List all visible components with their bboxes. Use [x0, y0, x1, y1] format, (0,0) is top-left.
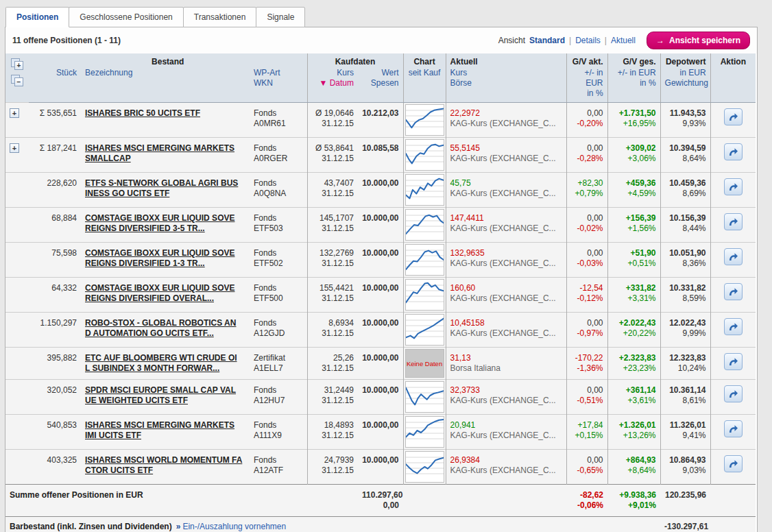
wkn: A12ATF — [254, 466, 303, 476]
depot-value: 12.323,83 — [665, 353, 706, 363]
col-datum-sorted[interactable]: ▼ Datum — [312, 78, 354, 88]
position-action-button[interactable] — [724, 248, 743, 265]
wpart-cell: FondsA12GJD — [250, 313, 307, 348]
sum-depot-cell: 120.235,96 — [660, 485, 710, 517]
row-expand-icon[interactable]: + — [10, 108, 19, 118]
price-sparkline[interactable] — [405, 209, 444, 241]
tab-geschlossene-positionen[interactable]: Geschlossene Positionen — [69, 7, 183, 27]
price-sparkline[interactable] — [405, 279, 444, 311]
position-action-button[interactable] — [724, 213, 743, 230]
position-link[interactable]: COMSTAGE IBOXX EUR LIQUID SOVEREIGNS DIV… — [85, 283, 245, 304]
position-link[interactable]: ETFS S-NETWORK GLOBAL AGRI BUSINESS GO U… — [85, 178, 245, 199]
col-gv-ges-pct[interactable]: in % — [612, 78, 656, 88]
gv-akt-pct: -0,12% — [571, 293, 603, 304]
gv-ges-pct: +4,59% — [612, 189, 656, 199]
position-link[interactable]: ISHARES BRIC 50 UCITS ETF — [85, 108, 245, 119]
col-wert[interactable]: Wert — [362, 68, 399, 78]
expand-all-icon[interactable]: + — [11, 58, 25, 71]
price-sparkline[interactable] — [405, 104, 444, 136]
gv-ges-value: +361,14 — [612, 385, 656, 396]
position-link[interactable]: COMSTAGE IBOXX EUR LIQUID SOVEREIGNS DIV… — [85, 248, 245, 269]
buy-price-cell: 25,2631.12.15 — [307, 348, 358, 380]
position-action-button[interactable] — [724, 353, 743, 370]
wpart-cell: FondsA111X9 — [250, 415, 307, 450]
view-switcher: Ansicht Standard | Details | Aktuell → A… — [498, 32, 750, 49]
position-action-button[interactable] — [724, 178, 743, 195]
position-action-button[interactable] — [724, 108, 743, 125]
gv-akt-cell: 0,00-0,03% — [566, 243, 607, 278]
sum-depot: 120.235,96 — [664, 490, 706, 500]
collapse-all-icon[interactable]: − — [11, 75, 25, 87]
col-spesen[interactable]: Spesen — [362, 78, 399, 88]
position-action-button[interactable] — [724, 420, 743, 437]
position-action-button[interactable] — [724, 455, 743, 472]
wpart-cell: FondsA0MR61 — [250, 103, 307, 138]
sum-gv-ges-cell: +9.938,36 +9,01% — [607, 485, 660, 517]
gv-akt-pct: -0,03% — [571, 258, 603, 269]
wpart-cell: FondsA0Q8NA — [250, 173, 307, 208]
col-gv-ges-eur[interactable]: +/- in EUR — [612, 68, 656, 78]
col-seit-kauf: seit Kauf — [403, 67, 446, 103]
buy-value-cell: 10.000,00 — [358, 450, 403, 485]
chart-cell — [403, 103, 446, 138]
col-wkn[interactable]: WKN — [254, 78, 303, 88]
price-sparkline[interactable] — [405, 381, 444, 413]
name-line: ISHARES BRIC 50 UCITS ETF — [85, 108, 245, 119]
save-view-button[interactable]: → Ansicht speichern — [647, 32, 750, 49]
col-gewichtung[interactable]: Gewichtung — [665, 78, 706, 88]
price-sparkline[interactable] — [405, 139, 444, 171]
depot-cell: 11.943,539,93% — [660, 103, 710, 138]
col-gv-akt-eur[interactable]: +/- in EUR — [571, 68, 603, 88]
name-cell: ETC AUF BLOOMBERG WTI CRUDE OIL SUBINDEX… — [81, 348, 250, 380]
position-link[interactable]: ETC AUF BLOOMBERG WTI CRUDE OIL SUBINDEX… — [85, 353, 245, 374]
row-expand-icon[interactable]: + — [10, 143, 19, 153]
price-sparkline[interactable] — [405, 174, 444, 206]
position-action-button[interactable] — [724, 283, 743, 300]
buy-value: 10.000,00 — [362, 318, 399, 328]
position-action-button[interactable] — [724, 143, 743, 160]
tab-signale[interactable]: Signale — [256, 7, 305, 27]
gv-ges-pct: +23,23% — [612, 363, 656, 374]
col-bezeichnung[interactable]: Bezeichnung — [81, 67, 250, 103]
col-depot-eur[interactable]: in EUR — [665, 68, 706, 78]
shares-cell: 75,598 — [29, 243, 81, 278]
current-price-cell: 31,13Borsa Italiana — [446, 348, 566, 380]
deposit-withdraw-link[interactable]: Ein-/Auszahlung vornehmen — [182, 522, 286, 531]
price-sparkline[interactable] — [405, 244, 444, 276]
name-line: ISHARES MSCI EMERGING MARKETS — [85, 143, 245, 154]
position-action-button[interactable] — [724, 385, 743, 402]
wkn: A0Q8NA — [254, 189, 303, 199]
gv-ges-pct: +16,95% — [612, 119, 656, 129]
price-sparkline[interactable] — [405, 314, 444, 346]
position-link[interactable]: ISHARES MSCI WORLD MOMENTUM FACTOR UCITS… — [85, 455, 245, 476]
col-aktuell-kurs[interactable]: Kurs — [450, 68, 562, 78]
buy-value-cell: 10.000,00 — [358, 208, 403, 243]
cash-label-cell: Barbestand (inkl. Zinsen und Dividenden)… — [5, 517, 660, 532]
buy-price-cell: 18,489331.12.15 — [307, 415, 358, 450]
price-sparkline[interactable] — [405, 451, 444, 483]
current-price-cell: 132,9635KAG-Kurs (EXCHANGE_C... — [446, 243, 566, 278]
tab-transaktionen[interactable]: Transaktionen — [183, 7, 257, 27]
position-link[interactable]: SPDR MSCI EUROPE SMALL CAP VALUE WEIGHTE… — [85, 385, 245, 406]
position-action-button[interactable] — [724, 318, 743, 335]
col-boerse[interactable]: Börse — [450, 78, 562, 88]
position-link[interactable]: ISHARES MSCI EMERGING MARKETSSMALLCAP — [85, 143, 245, 164]
wkn: A12HU7 — [254, 396, 303, 406]
col-gv-akt-pct[interactable]: in % — [571, 88, 603, 99]
col-kurs[interactable]: Kurs — [312, 68, 354, 78]
view-standard[interactable]: Standard — [529, 36, 565, 45]
col-wp-art[interactable]: WP-Art — [254, 68, 303, 78]
col-stueck[interactable]: Stück — [29, 67, 81, 103]
buy-value-cell: 10.000,00 — [358, 313, 403, 348]
position-link[interactable]: ISHARES MSCI EMERGING MARKETSIMI UCITS E… — [85, 420, 245, 441]
forward-arrow-icon — [728, 252, 738, 261]
buy-price: 43,7407 — [312, 178, 354, 189]
view-aktuell[interactable]: Aktuell — [611, 36, 636, 45]
wp-art: Zertifikat — [254, 353, 303, 363]
position-link[interactable]: COMSTAGE IBOXX EUR LIQUID SOVEREIGNS DIV… — [85, 213, 245, 234]
price-sparkline[interactable] — [405, 416, 444, 448]
position-link[interactable]: ROBO-STOX - GLOBAL ROBOTICS AND AUTOMATI… — [85, 318, 245, 339]
view-details[interactable]: Details — [575, 36, 601, 45]
save-view-label: Ansicht speichern — [669, 36, 740, 45]
tab-positionen[interactable]: Positionen — [5, 7, 69, 27]
